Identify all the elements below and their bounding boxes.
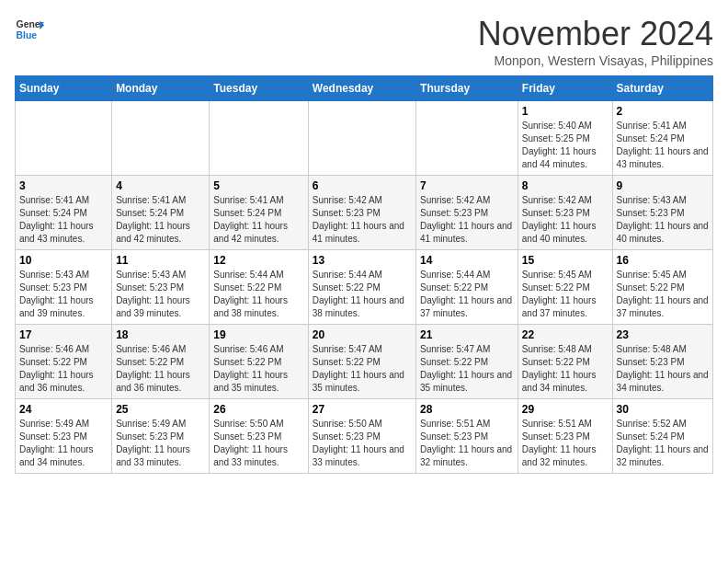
day-cell: 10Sunrise: 5:43 AMSunset: 5:23 PMDayligh… bbox=[16, 250, 112, 325]
day-cell: 7Sunrise: 5:42 AMSunset: 5:23 PMDaylight… bbox=[416, 176, 518, 250]
day-number: 28 bbox=[420, 403, 514, 416]
day-info: Sunrise: 5:45 AMSunset: 5:22 PMDaylight:… bbox=[522, 269, 609, 320]
day-number: 2 bbox=[617, 105, 709, 118]
week-row-1: 3Sunrise: 5:41 AMSunset: 5:24 PMDaylight… bbox=[16, 176, 713, 250]
day-cell: 28Sunrise: 5:51 AMSunset: 5:23 PMDayligh… bbox=[416, 399, 518, 474]
day-number: 16 bbox=[617, 254, 709, 267]
page-header: General Blue November 2024 Monpon, Weste… bbox=[15, 15, 713, 68]
day-number: 24 bbox=[19, 403, 108, 416]
day-info: Sunrise: 5:42 AMSunset: 5:23 PMDaylight:… bbox=[420, 194, 514, 246]
week-row-2: 10Sunrise: 5:43 AMSunset: 5:23 PMDayligh… bbox=[16, 250, 713, 325]
weekday-header-wednesday: Wednesday bbox=[308, 76, 415, 101]
day-cell: 4Sunrise: 5:41 AMSunset: 5:24 PMDaylight… bbox=[112, 176, 210, 250]
day-number: 9 bbox=[617, 179, 709, 192]
day-cell: 9Sunrise: 5:43 AMSunset: 5:23 PMDaylight… bbox=[612, 176, 712, 250]
week-row-3: 17Sunrise: 5:46 AMSunset: 5:22 PMDayligh… bbox=[16, 325, 713, 399]
day-cell bbox=[308, 101, 415, 176]
weekday-header-sunday: Sunday bbox=[16, 76, 112, 101]
day-cell bbox=[112, 101, 210, 176]
day-number: 5 bbox=[213, 179, 303, 192]
weekday-header-friday: Friday bbox=[518, 76, 612, 101]
day-info: Sunrise: 5:43 AMSunset: 5:23 PMDaylight:… bbox=[617, 194, 709, 246]
day-cell: 11Sunrise: 5:43 AMSunset: 5:23 PMDayligh… bbox=[112, 250, 210, 325]
day-cell: 30Sunrise: 5:52 AMSunset: 5:24 PMDayligh… bbox=[612, 399, 712, 474]
logo: General Blue bbox=[15, 15, 44, 44]
day-number: 13 bbox=[313, 254, 412, 267]
title-section: November 2024 Monpon, Western Visayas, P… bbox=[478, 15, 713, 68]
weekday-header-thursday: Thursday bbox=[416, 76, 518, 101]
day-info: Sunrise: 5:40 AMSunset: 5:25 PMDaylight:… bbox=[522, 120, 609, 171]
weekday-header-monday: Monday bbox=[112, 76, 210, 101]
day-cell: 23Sunrise: 5:48 AMSunset: 5:23 PMDayligh… bbox=[612, 325, 712, 399]
day-cell: 3Sunrise: 5:41 AMSunset: 5:24 PMDaylight… bbox=[16, 176, 112, 250]
day-number: 18 bbox=[116, 328, 205, 341]
day-info: Sunrise: 5:43 AMSunset: 5:23 PMDaylight:… bbox=[116, 269, 205, 320]
day-number: 21 bbox=[420, 328, 514, 341]
day-info: Sunrise: 5:49 AMSunset: 5:23 PMDaylight:… bbox=[19, 418, 108, 469]
day-cell: 5Sunrise: 5:41 AMSunset: 5:24 PMDaylight… bbox=[210, 176, 308, 250]
day-number: 14 bbox=[420, 254, 514, 267]
day-cell: 21Sunrise: 5:47 AMSunset: 5:22 PMDayligh… bbox=[416, 325, 518, 399]
month-title: November 2024 bbox=[478, 15, 713, 53]
day-info: Sunrise: 5:52 AMSunset: 5:24 PMDaylight:… bbox=[617, 418, 709, 469]
day-number: 15 bbox=[522, 254, 609, 267]
day-number: 20 bbox=[313, 328, 412, 341]
day-number: 8 bbox=[522, 179, 609, 192]
day-number: 30 bbox=[617, 403, 709, 416]
day-info: Sunrise: 5:41 AMSunset: 5:24 PMDaylight:… bbox=[116, 194, 205, 246]
day-info: Sunrise: 5:42 AMSunset: 5:23 PMDaylight:… bbox=[313, 194, 412, 246]
day-cell: 1Sunrise: 5:40 AMSunset: 5:25 PMDaylight… bbox=[518, 101, 612, 176]
day-info: Sunrise: 5:44 AMSunset: 5:22 PMDaylight:… bbox=[420, 269, 514, 320]
day-cell bbox=[210, 101, 308, 176]
day-number: 6 bbox=[313, 179, 412, 192]
day-info: Sunrise: 5:47 AMSunset: 5:22 PMDaylight:… bbox=[420, 343, 514, 395]
day-number: 12 bbox=[213, 254, 303, 267]
day-cell: 12Sunrise: 5:44 AMSunset: 5:22 PMDayligh… bbox=[210, 250, 308, 325]
location: Monpon, Western Visayas, Philippines bbox=[478, 53, 713, 68]
day-cell: 16Sunrise: 5:45 AMSunset: 5:22 PMDayligh… bbox=[612, 250, 712, 325]
day-info: Sunrise: 5:46 AMSunset: 5:22 PMDaylight:… bbox=[116, 343, 205, 395]
day-number: 29 bbox=[522, 403, 609, 416]
day-info: Sunrise: 5:49 AMSunset: 5:23 PMDaylight:… bbox=[116, 418, 205, 469]
day-number: 26 bbox=[213, 403, 303, 416]
day-cell: 17Sunrise: 5:46 AMSunset: 5:22 PMDayligh… bbox=[16, 325, 112, 399]
day-info: Sunrise: 5:47 AMSunset: 5:22 PMDaylight:… bbox=[313, 343, 412, 395]
day-info: Sunrise: 5:51 AMSunset: 5:23 PMDaylight:… bbox=[420, 418, 514, 469]
week-row-4: 24Sunrise: 5:49 AMSunset: 5:23 PMDayligh… bbox=[16, 399, 713, 474]
day-info: Sunrise: 5:51 AMSunset: 5:23 PMDaylight:… bbox=[522, 418, 609, 469]
day-number: 10 bbox=[19, 254, 108, 267]
day-info: Sunrise: 5:44 AMSunset: 5:22 PMDaylight:… bbox=[213, 269, 303, 320]
day-number: 4 bbox=[116, 179, 205, 192]
day-info: Sunrise: 5:48 AMSunset: 5:22 PMDaylight:… bbox=[522, 343, 609, 395]
calendar-table: SundayMondayTuesdayWednesdayThursdayFrid… bbox=[15, 75, 713, 474]
day-info: Sunrise: 5:45 AMSunset: 5:22 PMDaylight:… bbox=[617, 269, 709, 320]
day-info: Sunrise: 5:41 AMSunset: 5:24 PMDaylight:… bbox=[213, 194, 303, 246]
weekday-header-saturday: Saturday bbox=[612, 76, 712, 101]
day-info: Sunrise: 5:46 AMSunset: 5:22 PMDaylight:… bbox=[19, 343, 108, 395]
day-number: 3 bbox=[19, 179, 108, 192]
weekday-header-tuesday: Tuesday bbox=[210, 76, 308, 101]
day-info: Sunrise: 5:43 AMSunset: 5:23 PMDaylight:… bbox=[19, 269, 108, 320]
day-cell: 15Sunrise: 5:45 AMSunset: 5:22 PMDayligh… bbox=[518, 250, 612, 325]
day-cell: 27Sunrise: 5:50 AMSunset: 5:23 PMDayligh… bbox=[308, 399, 415, 474]
day-info: Sunrise: 5:42 AMSunset: 5:23 PMDaylight:… bbox=[522, 194, 609, 246]
day-cell: 13Sunrise: 5:44 AMSunset: 5:22 PMDayligh… bbox=[308, 250, 415, 325]
week-row-0: 1Sunrise: 5:40 AMSunset: 5:25 PMDaylight… bbox=[16, 101, 713, 176]
day-number: 27 bbox=[313, 403, 412, 416]
day-cell: 6Sunrise: 5:42 AMSunset: 5:23 PMDaylight… bbox=[308, 176, 415, 250]
day-cell bbox=[16, 101, 112, 176]
weekday-header-row: SundayMondayTuesdayWednesdayThursdayFrid… bbox=[16, 76, 713, 101]
day-cell: 2Sunrise: 5:41 AMSunset: 5:24 PMDaylight… bbox=[612, 101, 712, 176]
day-info: Sunrise: 5:44 AMSunset: 5:22 PMDaylight:… bbox=[313, 269, 412, 320]
day-info: Sunrise: 5:50 AMSunset: 5:23 PMDaylight:… bbox=[213, 418, 303, 469]
day-number: 19 bbox=[213, 328, 303, 341]
day-cell: 18Sunrise: 5:46 AMSunset: 5:22 PMDayligh… bbox=[112, 325, 210, 399]
day-cell: 20Sunrise: 5:47 AMSunset: 5:22 PMDayligh… bbox=[308, 325, 415, 399]
logo-icon: General Blue bbox=[15, 15, 44, 44]
svg-text:Blue: Blue bbox=[17, 30, 38, 40]
day-cell: 14Sunrise: 5:44 AMSunset: 5:22 PMDayligh… bbox=[416, 250, 518, 325]
day-info: Sunrise: 5:41 AMSunset: 5:24 PMDaylight:… bbox=[19, 194, 108, 246]
day-cell: 19Sunrise: 5:46 AMSunset: 5:22 PMDayligh… bbox=[210, 325, 308, 399]
day-cell: 22Sunrise: 5:48 AMSunset: 5:22 PMDayligh… bbox=[518, 325, 612, 399]
day-cell: 25Sunrise: 5:49 AMSunset: 5:23 PMDayligh… bbox=[112, 399, 210, 474]
